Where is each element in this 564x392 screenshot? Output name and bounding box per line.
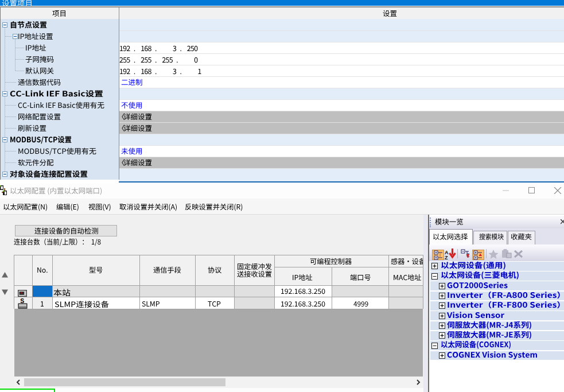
- svg-text:Z: Z: [445, 255, 448, 261]
